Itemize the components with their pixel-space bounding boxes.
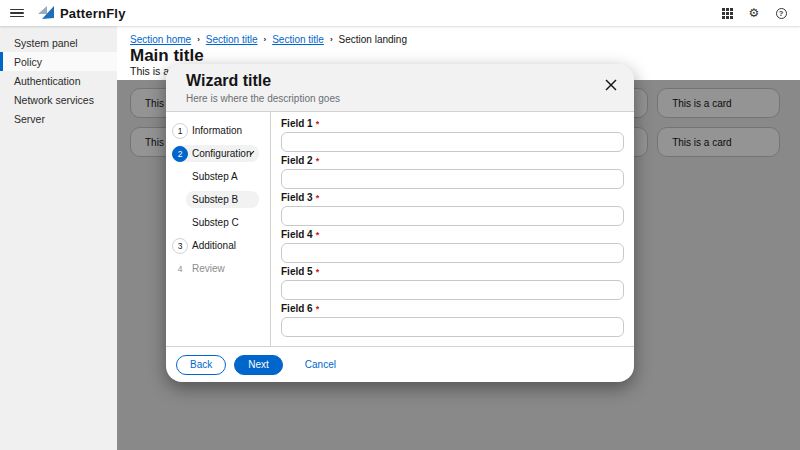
sidebar-item-system-panel[interactable]: System panel [0,33,117,52]
field-text-input[interactable] [281,132,624,152]
wizard-step-substep-b[interactable]: Substep B [186,191,259,208]
field-label: Field 6* [281,303,624,315]
required-asterisk-icon: * [316,156,320,166]
required-asterisk-icon: * [316,267,320,277]
substep-label: Substep A [192,171,238,182]
field-label-text: Field 1 [281,118,313,129]
breadcrumb-current: Section landing [339,34,407,45]
back-button[interactable]: Back [176,355,226,375]
hamburger-icon[interactable] [10,7,24,19]
form-field-group: Field 6* [281,303,624,337]
form-field-group: Field 1* [281,118,624,152]
sidebar-item-label: Policy [14,56,42,68]
brand-name: PatternFly [60,6,126,21]
field-label-text: Field 5 [281,266,313,277]
step-label: Additional [192,240,236,251]
wizard-header: Wizard title Here is where the descripti… [166,64,634,112]
wizard-step-additional[interactable]: 3 Additional [172,237,259,254]
step-number: 1 [172,123,188,139]
breadcrumb-separator-icon: › [330,35,333,44]
wizard-footer: Back Next Cancel [166,346,634,382]
help-icon[interactable]: ? [774,6,788,20]
field-label: Field 3* [281,192,624,204]
field-label-text: Field 3 [281,192,313,203]
wizard-step-nav: 1 Information 2 Configuration Substep A … [166,112,271,346]
form-field-group: Field 2* [281,155,624,189]
wizard-title: Wizard title [186,72,614,90]
required-asterisk-icon: * [316,193,320,203]
patternfly-logo-icon [38,6,55,21]
wizard-step-information[interactable]: 1 Information [172,122,259,139]
step-label: Review [192,263,225,274]
breadcrumb-separator-icon: › [264,35,267,44]
page-title: Main title [130,46,204,66]
wizard-step-review: 4 Review [172,260,259,277]
breadcrumb-separator-icon: › [197,35,200,44]
sidebar-item-authentication[interactable]: Authentication [0,71,117,90]
field-label-text: Field 6 [281,303,313,314]
form-field-group: Field 3* [281,192,624,226]
breadcrumb: Section home›Section title›Section title… [130,34,407,45]
sidebar-item-label: System panel [14,37,78,49]
field-text-input[interactable] [281,317,624,337]
step-label: Configuration [192,148,251,159]
settings-gear-icon[interactable]: ⚙ [747,6,761,20]
close-icon[interactable] [602,76,620,94]
sidebar-item-label: Network services [14,94,94,106]
sidebar-item-label: Authentication [14,75,81,87]
required-asterisk-icon: * [316,119,320,129]
masthead-utilities: ⚙ ? [720,6,788,20]
required-asterisk-icon: * [316,304,320,314]
sidebar-item-server[interactable]: Server [0,109,117,128]
wizard-description: Here is where the description goes [186,93,614,104]
step-number: 3 [172,238,188,254]
form-field-group: Field 5* [281,266,624,300]
field-label: Field 2* [281,155,624,167]
sidebar: System panel Policy Authentication Netwo… [0,26,117,450]
breadcrumb-link[interactable]: Section title [206,34,258,45]
substep-label: Substep C [192,217,239,228]
field-text-input[interactable] [281,206,624,226]
next-button[interactable]: Next [234,355,283,375]
field-label-text: Field 2 [281,155,313,166]
field-text-input[interactable] [281,280,624,300]
wizard-body: 1 Information 2 Configuration Substep A … [166,112,634,346]
masthead: PatternFly ⚙ ? [0,0,800,26]
breadcrumb-link[interactable]: Section title [272,34,324,45]
required-asterisk-icon: * [316,230,320,240]
form-field-group: Field 4* [281,229,624,263]
sidebar-item-network-services[interactable]: Network services [0,90,117,109]
wizard-step-configuration[interactable]: 2 Configuration [172,145,259,162]
sidebar-item-label: Server [14,113,45,125]
page-content: Section home›Section title›Section title… [117,26,800,450]
step-label: Information [192,125,242,136]
wizard-step-substep-c[interactable]: Substep C [186,214,259,231]
step-number: 4 [172,261,188,277]
field-text-input[interactable] [281,243,624,263]
breadcrumb-link[interactable]: Section home [130,34,191,45]
substep-label: Substep B [192,194,238,205]
step-number: 2 [172,146,188,162]
wizard-modal: Wizard title Here is where the descripti… [166,64,634,382]
cancel-button[interactable]: Cancel [305,359,336,370]
app-grid-icon[interactable] [720,6,734,20]
field-text-input[interactable] [281,169,624,189]
chevron-down-icon [251,151,255,155]
brand: PatternFly [38,6,126,21]
sidebar-item-policy[interactable]: Policy [0,52,117,71]
field-label: Field 4* [281,229,624,241]
wizard-form: Field 1* Field 2* Field 3* Field 4* Fiel… [271,112,634,346]
wizard-step-substep-a[interactable]: Substep A [186,168,259,185]
field-label: Field 1* [281,118,624,130]
field-label: Field 5* [281,266,624,278]
field-label-text: Field 4 [281,229,313,240]
